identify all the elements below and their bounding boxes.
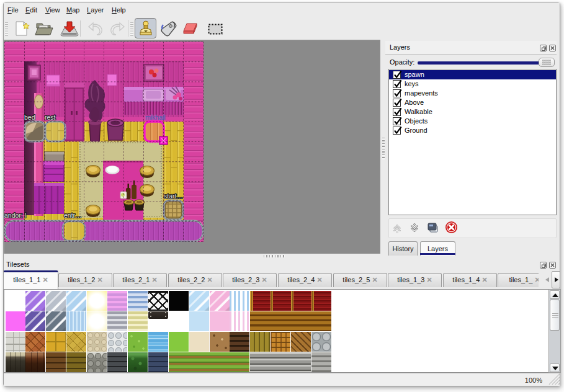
svg-text:bed: bed [24, 114, 35, 121]
svg-text:start…: start… [164, 192, 183, 200]
svg-text:andor: l: andor: l [4, 212, 26, 219]
svg-text:mikhail: mikhail [145, 114, 166, 121]
svg-text:rest: rest [45, 114, 56, 121]
svg-text:entr…: entr… [64, 212, 82, 219]
